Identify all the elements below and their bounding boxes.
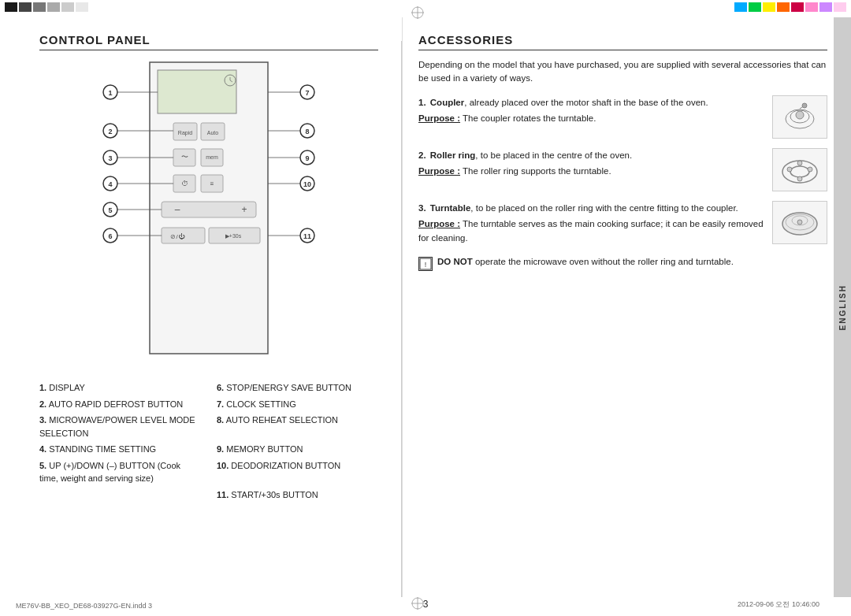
purpose-text: The coupler rotates the turntable. xyxy=(463,113,596,123)
control-panel-title: CONTROL PANEL xyxy=(39,33,378,50)
warning-box: ! DO NOT operate the microwave oven with… xyxy=(418,255,827,271)
english-label: ENGLISH xyxy=(838,284,847,330)
swatch xyxy=(777,2,790,12)
desc-label: CLOCK SETTING xyxy=(226,399,296,409)
svg-text:10: 10 xyxy=(303,180,311,188)
swatch xyxy=(749,2,761,12)
description-list: 1. DISPLAY 6. STOP/ENERGY SAVE BUTTON 2.… xyxy=(39,381,378,504)
svg-text:–: – xyxy=(175,204,180,215)
warning-text: DO NOT operate the microwave oven withou… xyxy=(437,255,734,269)
desc-num: 8. xyxy=(217,415,224,425)
svg-text:!: ! xyxy=(425,261,427,269)
svg-text:▶+30s: ▶+30s xyxy=(225,233,242,239)
accessory-name: Coupler xyxy=(430,98,464,107)
svg-text:8: 8 xyxy=(305,128,309,135)
swatch xyxy=(47,2,60,12)
desc-label: DEODORIZATION BUTTON xyxy=(231,461,340,470)
svg-point-72 xyxy=(797,161,802,165)
turntable-image xyxy=(772,201,827,244)
desc-label: STOP/ENERGY SAVE BUTTON xyxy=(226,383,351,392)
swatch xyxy=(763,2,775,12)
desc-label: UP (+)/DOWN (–) BUTTON (Cook time, weigh… xyxy=(39,461,180,484)
desc-item-2: 2. AUTO RAPID DEFROST BUTTON xyxy=(39,398,201,411)
desc-item-9: 9. MEMORY BUTTON xyxy=(217,443,378,456)
desc-item-3: 3. MICROWAVE/POWER LEVEL MODE SELECTION xyxy=(39,414,201,440)
svg-text:5: 5 xyxy=(108,206,112,214)
svg-text:3: 3 xyxy=(108,154,112,162)
accessory-num: 1. xyxy=(418,98,426,107)
color-bar xyxy=(0,0,851,14)
svg-point-69 xyxy=(790,166,809,177)
accessory-name: Turntable xyxy=(430,203,471,213)
svg-text:4: 4 xyxy=(108,180,112,188)
swatch xyxy=(76,2,88,12)
svg-text:Auto: Auto xyxy=(207,130,219,135)
svg-text:〜: 〜 xyxy=(181,153,188,161)
desc-item-1: 1. DISPLAY xyxy=(39,381,201,395)
accessories-intro: Depending on the model that you have pur… xyxy=(418,58,827,86)
accessory-text-3: 3. Turntable, to be placed on the roller… xyxy=(418,201,766,246)
swatch xyxy=(33,2,46,12)
purpose-text: The roller ring supports the turntable. xyxy=(463,166,611,176)
svg-rect-7 xyxy=(158,70,236,113)
accessories-title: ACCESSORIES xyxy=(418,33,827,50)
svg-text:1: 1 xyxy=(108,89,112,97)
swatch xyxy=(819,2,832,12)
swatch xyxy=(734,2,747,12)
svg-text:⊘/⏻: ⊘/⏻ xyxy=(170,233,184,240)
svg-text:⏱: ⏱ xyxy=(181,180,188,187)
swatch xyxy=(791,2,804,12)
accessory-desc: , already placed over the motor shaft in… xyxy=(464,98,708,107)
desc-num: 2. xyxy=(39,399,46,409)
color-swatches-right xyxy=(730,0,851,14)
desc-item-11: 11. START/+30s BUTTON xyxy=(217,488,378,502)
footer-right: 2012-09-06 오전 10:46:00 xyxy=(738,599,819,610)
accessory-text-1: 1. Coupler, already placed over the moto… xyxy=(418,95,766,139)
desc-num: 9. xyxy=(217,444,224,454)
swatch xyxy=(5,2,17,12)
accessory-num: 2. xyxy=(418,150,426,160)
desc-num: 10. xyxy=(217,461,229,470)
swatch xyxy=(834,2,846,12)
roller-ring-image xyxy=(772,148,827,191)
desc-label: MEMORY BUTTON xyxy=(226,444,303,454)
right-panel: ACCESSORIES Depending on the model that … xyxy=(402,17,851,597)
svg-text:Rapid: Rapid xyxy=(178,130,192,136)
svg-text:6: 6 xyxy=(108,232,112,240)
swatch xyxy=(61,2,74,12)
purpose-label: Purpose : xyxy=(418,219,460,228)
desc-item-4: 4. STANDING TIME SETTING xyxy=(39,443,201,456)
svg-point-71 xyxy=(808,167,812,172)
desc-item-8: 8. AUTO REHEAT SELECTION xyxy=(217,414,378,440)
diagram-svg: Rapid Auto 〜 mem ⏱ ≡ – + xyxy=(79,58,339,373)
do-not-label: DO NOT xyxy=(437,257,473,266)
accessory-text-2: 2. Roller ring, to be placed in the cent… xyxy=(418,148,766,191)
desc-label: AUTO REHEAT SELECTION xyxy=(226,415,338,425)
accessory-name: Roller ring xyxy=(430,150,476,160)
desc-item-5: 5. UP (+)/DOWN (–) BUTTON (Cook time, we… xyxy=(39,459,201,485)
desc-label: MICROWAVE/POWER LEVEL MODE SELECTION xyxy=(39,415,195,438)
desc-num: 1. xyxy=(39,383,46,392)
svg-text:9: 9 xyxy=(305,154,309,162)
svg-point-73 xyxy=(797,176,802,181)
svg-point-70 xyxy=(787,167,792,172)
swatch xyxy=(19,2,32,12)
accessory-item-1: 1. Coupler, already placed over the moto… xyxy=(418,95,827,139)
desc-item-6: 6. STOP/ENERGY SAVE BUTTON xyxy=(217,381,378,395)
svg-text:7: 7 xyxy=(305,89,309,97)
page-number: 3 xyxy=(423,599,429,610)
desc-label: DISPLAY xyxy=(49,383,85,392)
svg-point-67 xyxy=(802,103,807,108)
desc-label: STANDING TIME SETTING xyxy=(49,444,156,454)
color-swatches-left xyxy=(0,0,93,14)
purpose-label: Purpose : xyxy=(418,113,460,123)
desc-num: 4. xyxy=(39,444,46,454)
desc-item-spacer xyxy=(39,488,201,505)
purpose-label: Purpose : xyxy=(418,166,460,176)
desc-item-10: 10. DEODORIZATION BUTTON xyxy=(217,459,378,485)
main-content: CONTROL PANEL Rapid Auto xyxy=(0,17,851,597)
desc-item-7: 7. CLOCK SETTING xyxy=(217,398,378,411)
svg-text:11: 11 xyxy=(303,232,311,240)
desc-num: 7. xyxy=(217,399,224,409)
english-sidebar: ENGLISH xyxy=(834,17,851,597)
